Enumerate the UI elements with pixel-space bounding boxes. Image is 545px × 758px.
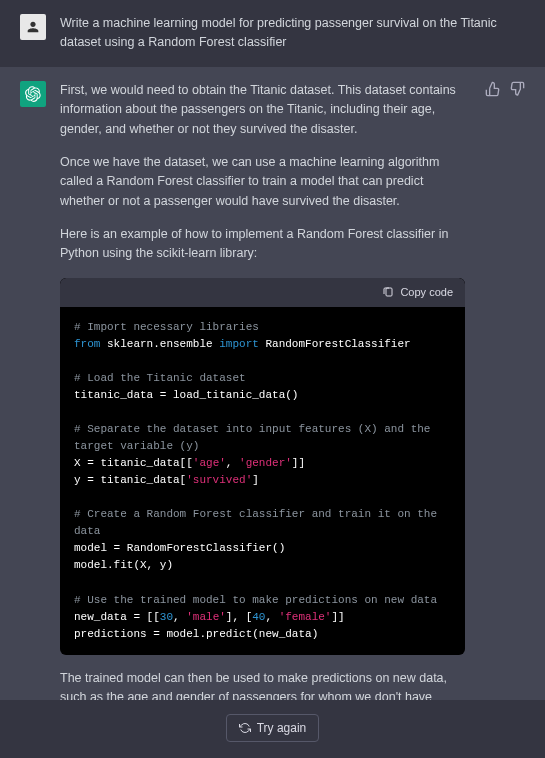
copy-code-label: Copy code <box>400 284 453 301</box>
thumbs-down-icon <box>509 81 525 97</box>
thumbs-up-button[interactable] <box>485 81 501 97</box>
user-avatar <box>20 14 46 40</box>
user-prompt: Write a machine learning model for predi… <box>60 14 525 53</box>
user-message: Write a machine learning model for predi… <box>0 0 545 67</box>
thumbs-up-icon <box>485 81 501 97</box>
assistant-avatar <box>20 81 46 107</box>
clipboard-icon <box>382 286 394 298</box>
assistant-paragraph: First, we would need to obtain the Titan… <box>60 81 465 139</box>
thumbs-down-button[interactable] <box>509 81 525 97</box>
code-content[interactable]: # Import necessary libraries from sklear… <box>60 307 465 655</box>
try-again-label: Try again <box>257 721 307 735</box>
assistant-content: First, we would need to obtain the Titan… <box>60 81 465 727</box>
refresh-icon <box>239 722 251 734</box>
footer: Try again <box>0 700 545 758</box>
try-again-button[interactable]: Try again <box>226 714 320 742</box>
assistant-paragraph: Here is an example of how to implement a… <box>60 225 465 264</box>
feedback-controls <box>485 81 525 727</box>
copy-code-button[interactable]: Copy code <box>60 278 465 307</box>
person-icon <box>25 19 41 35</box>
svg-rect-0 <box>386 288 392 296</box>
assistant-paragraph: Once we have the dataset, we can use a m… <box>60 153 465 211</box>
assistant-message: First, we would need to obtain the Titan… <box>0 67 545 741</box>
code-block: Copy code # Import necessary libraries f… <box>60 278 465 655</box>
openai-icon <box>25 86 41 102</box>
